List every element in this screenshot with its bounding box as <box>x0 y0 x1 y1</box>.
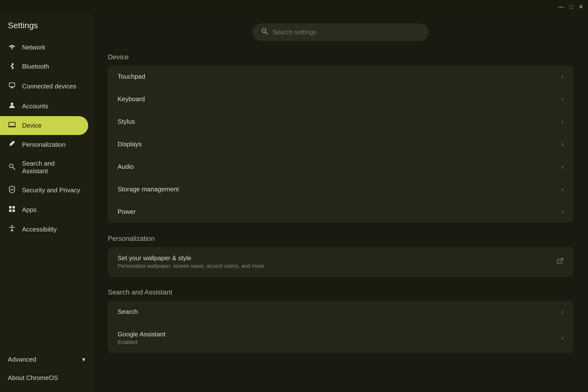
google-assistant-label: Google Assistant <box>118 330 166 338</box>
touchpad-chevron-icon: › <box>561 73 564 80</box>
sidebar-item-accessibility-label: Accessibility <box>22 226 57 233</box>
person-icon <box>8 102 16 111</box>
app-title: Settings <box>0 20 93 38</box>
about-chromeos-label: About ChromeOS <box>8 374 58 382</box>
accessibility-icon <box>8 225 16 234</box>
svg-rect-9 <box>12 206 15 208</box>
svg-point-12 <box>11 225 13 226</box>
stylus-label: Stylus <box>118 118 135 126</box>
keyboard-chevron-icon: › <box>561 95 564 103</box>
svg-rect-11 <box>12 210 15 212</box>
touchpad-label: Touchpad <box>118 73 145 80</box>
maximize-button[interactable]: □ <box>570 4 573 10</box>
search-assistant-section-heading: Search and Assistant <box>108 288 573 296</box>
power-item[interactable]: Power › <box>108 201 573 223</box>
sidebar-item-network-label: Network <box>22 44 45 51</box>
titlebar: — □ ✕ <box>0 0 588 14</box>
audio-content: Audio <box>118 163 134 170</box>
sidebar-item-security-and-privacy[interactable]: Security and Privacy <box>0 180 88 200</box>
wifi-icon <box>8 43 16 51</box>
search-input[interactable] <box>272 28 420 36</box>
wallpaper-content: Set your wallpaper & style Personalize w… <box>118 254 264 269</box>
close-button[interactable]: ✕ <box>579 4 583 10</box>
audio-chevron-icon: › <box>561 163 564 170</box>
device-icon <box>8 82 16 91</box>
keyboard-label: Keyboard <box>118 95 145 103</box>
stylus-item[interactable]: Stylus › <box>108 110 573 133</box>
search-bar-icon <box>261 28 268 36</box>
svg-rect-10 <box>9 210 12 212</box>
power-content: Power <box>118 208 136 216</box>
sidebar-item-apps[interactable]: Apps <box>0 200 88 220</box>
svg-rect-4 <box>9 122 15 126</box>
search-bar <box>252 24 429 41</box>
svg-rect-1 <box>9 83 15 87</box>
google-assistant-chevron-icon: › <box>561 334 564 342</box>
displays-content: Displays <box>118 140 142 148</box>
wallpaper-label: Set your wallpaper & style <box>118 254 264 262</box>
laptop-icon <box>8 122 16 130</box>
personalization-card-list: Set your wallpaper & style Personalize w… <box>108 247 573 276</box>
advanced-label: Advanced <box>8 356 36 363</box>
main-content: Device Touchpad › Keyboard › Stylus › <box>93 14 588 392</box>
sidebar-item-search-label: Search and Assistant <box>22 160 80 175</box>
search-chevron-icon: › <box>561 308 564 316</box>
svg-rect-8 <box>9 206 12 208</box>
touchpad-item[interactable]: Touchpad › <box>108 66 573 88</box>
google-assistant-item[interactable]: Google Assistant Enabled › <box>108 323 573 353</box>
personalization-section-heading: Personalization <box>108 235 573 242</box>
sidebar-item-personalization-label: Personalization <box>22 141 66 148</box>
app-body: Settings Network Bluetooth <box>0 14 588 392</box>
svg-point-3 <box>11 103 14 105</box>
search-icon <box>8 163 16 172</box>
storage-label: Storage management <box>118 186 179 193</box>
sidebar-item-bluetooth[interactable]: Bluetooth <box>0 56 88 76</box>
advanced-label-wrap: Advanced <box>8 356 36 363</box>
keyboard-item[interactable]: Keyboard › <box>108 88 573 110</box>
sidebar-item-connected-devices[interactable]: Connected devices <box>0 76 88 96</box>
keyboard-content: Keyboard <box>118 95 145 103</box>
storage-management-item[interactable]: Storage management › <box>108 178 573 201</box>
sidebar-footer: Advanced ▾ About ChromeOS <box>0 348 93 392</box>
storage-content: Storage management <box>118 186 179 193</box>
sidebar-item-accounts[interactable]: Accounts <box>0 96 88 116</box>
sidebar-item-apps-label: Apps <box>22 206 36 214</box>
audio-label: Audio <box>118 163 134 170</box>
device-section-heading: Device <box>108 53 573 61</box>
device-card-list: Touchpad › Keyboard › Stylus › Displays <box>108 66 573 223</box>
wallpaper-subtitle: Personalize wallpaper, screen saver, acc… <box>118 263 264 269</box>
shield-icon <box>8 186 16 195</box>
sidebar-item-connected-devices-label: Connected devices <box>22 82 76 90</box>
touchpad-content: Touchpad <box>118 73 145 80</box>
sidebar-item-device[interactable]: Device <box>0 116 88 135</box>
google-assistant-subtitle: Enabled <box>118 339 166 346</box>
sidebar-item-about[interactable]: About ChromeOS <box>0 369 88 387</box>
wallpaper-style-item[interactable]: Set your wallpaper & style Personalize w… <box>108 247 573 276</box>
search-label: Search <box>118 308 138 316</box>
sidebar-item-bluetooth-label: Bluetooth <box>22 63 49 70</box>
sidebar-item-accounts-label: Accounts <box>22 102 48 110</box>
grid-icon <box>8 206 16 214</box>
external-link-icon <box>557 258 564 266</box>
advanced-expandable[interactable]: Advanced ▾ <box>0 350 93 369</box>
bluetooth-icon <box>8 62 16 71</box>
search-item[interactable]: Search › <box>108 300 573 323</box>
audio-item[interactable]: Audio › <box>108 156 573 178</box>
storage-chevron-icon: › <box>561 186 564 193</box>
displays-chevron-icon: › <box>561 140 564 148</box>
sidebar-item-personalization[interactable]: Personalization <box>0 135 88 154</box>
svg-line-7 <box>13 167 15 170</box>
displays-item[interactable]: Displays › <box>108 133 573 156</box>
sidebar-item-search-and-assistant[interactable]: Search and Assistant <box>0 154 88 180</box>
search-assistant-card-list: Search › Google Assistant Enabled › <box>108 300 573 353</box>
search-bar-wrap <box>108 24 573 41</box>
sidebar-item-accessibility[interactable]: Accessibility <box>0 220 88 239</box>
svg-rect-2 <box>11 87 13 88</box>
sidebar-item-security-label: Security and Privacy <box>22 186 80 194</box>
stylus-content: Stylus <box>118 118 135 126</box>
svg-rect-5 <box>8 127 16 128</box>
minimize-button[interactable]: — <box>558 4 564 10</box>
sidebar-item-device-label: Device <box>22 122 42 129</box>
sidebar-item-network[interactable]: Network <box>0 38 88 56</box>
power-label: Power <box>118 208 136 216</box>
